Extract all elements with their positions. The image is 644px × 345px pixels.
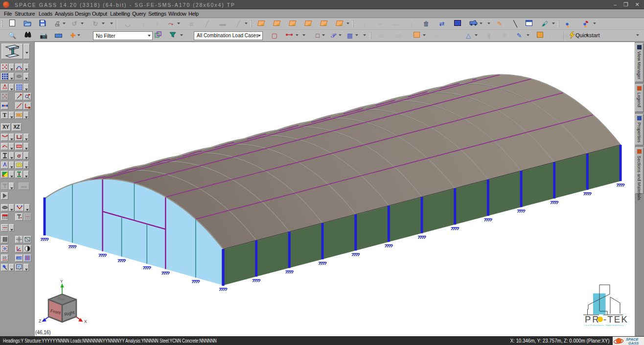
svg-text:Local Professionals. Global: Local Professionals. Global Experience bbox=[584, 324, 624, 326]
svg-text:X: X bbox=[84, 319, 87, 324]
svg-text:GASS: GASS bbox=[628, 341, 639, 345]
svg-text:123: 123 bbox=[17, 256, 22, 259]
svg-text:-TEK: -TEK bbox=[603, 314, 628, 324]
svg-text:Y: Y bbox=[60, 279, 63, 284]
svg-text:10: 10 bbox=[2, 256, 6, 259]
svg-text:Z: Z bbox=[39, 319, 41, 323]
